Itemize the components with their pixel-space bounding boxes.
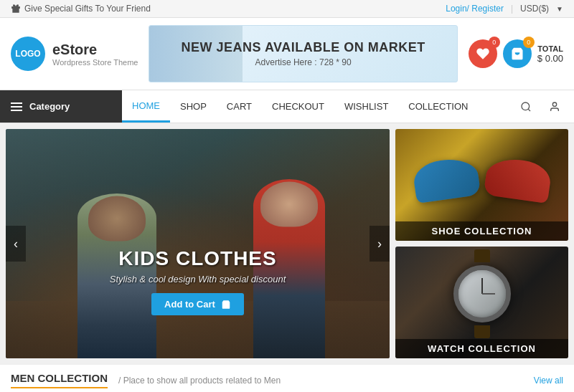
slider-cta[interactable]: Add to Cart — [151, 293, 244, 315]
shoe-visual — [410, 143, 554, 216]
logo-text: eStore Wordpress Store Theme — [52, 42, 138, 67]
slider-title: KIDS CLOTHES — [6, 247, 390, 270]
category-label: Category — [29, 101, 70, 112]
shoe-collection-label: SHOE COLLECTION — [395, 221, 568, 241]
nav-bar: Category HOME SHOP CART CHECKOUT WISHLIS… — [0, 90, 574, 123]
collection-grid: SHOE COLLECTION WATCH COLLECTION — [395, 129, 568, 358]
search-icon — [520, 101, 532, 113]
currency-selector[interactable]: USD($) — [520, 4, 549, 14]
section-subtitle: / Place to show all products related to … — [118, 376, 281, 386]
watch-collection-label: WATCH COLLECTION — [395, 339, 568, 358]
slider-subtitle: Stylish & cool design With special disco… — [6, 274, 390, 285]
nav-actions — [513, 94, 574, 119]
cart-cta-icon — [221, 300, 231, 310]
heart-icon — [476, 47, 490, 61]
total-amount: $ 0.00 — [537, 53, 563, 64]
slider-content: KIDS CLOTHES Stylish & cool design With … — [6, 247, 390, 315]
shoe-red — [483, 156, 552, 204]
watch-strap-bottom — [474, 325, 490, 338]
total-label: TOTAL — [537, 44, 563, 53]
category-button[interactable]: Category — [0, 90, 122, 123]
nav-checkout[interactable]: CHECKOUT — [262, 90, 334, 123]
logo-area: LOGO eStore Wordpress Store Theme — [11, 37, 138, 71]
store-name: eStore — [52, 42, 138, 58]
cart-badge: 0 — [523, 37, 535, 48]
banner: NEW JEANS AVAILABLE ON MARKET Advertise … — [149, 25, 457, 82]
user-button[interactable] — [542, 94, 567, 119]
total-area: TOTAL $ 0.00 — [537, 44, 563, 64]
hamburger-icon — [11, 102, 22, 111]
top-bar-right: Login/ Register | USD($) ▼ — [446, 4, 563, 14]
svg-point-1 — [552, 102, 556, 106]
top-bar-left: Give Special Gifts To Your Friend — [11, 4, 151, 14]
login-register-link[interactable]: Login/ Register — [446, 4, 504, 14]
svg-point-0 — [522, 102, 530, 110]
shoe-blue — [411, 156, 481, 204]
cart-button[interactable]: 0 — [503, 39, 532, 68]
top-bar: Give Special Gifts To Your Friend Login/… — [0, 0, 574, 18]
watch-collection-item[interactable]: WATCH COLLECTION — [395, 247, 568, 358]
header: LOGO eStore Wordpress Store Theme NEW JE… — [0, 18, 574, 90]
header-icons: 0 0 TOTAL $ 0.00 — [469, 39, 563, 68]
user-icon — [549, 101, 560, 113]
nav-wishlist[interactable]: WISHLIST — [334, 90, 398, 123]
gift-text: Give Special Gifts To Your Friend — [24, 4, 151, 14]
men-collection-title: MEN COLLECTION — [11, 372, 108, 388]
watch-container — [453, 265, 511, 322]
watch-visual — [453, 254, 511, 333]
banner-title: NEW JEANS AVAILABLE ON MARKET — [182, 40, 425, 55]
banner-subtitle: Advertise Here : 728 * 90 — [182, 57, 425, 67]
slider: ‹ › KIDS CLOTHES Stylish & cool design W… — [6, 129, 390, 358]
main-content: ‹ › KIDS CLOTHES Stylish & cool design W… — [0, 123, 574, 364]
nav-home[interactable]: HOME — [122, 90, 170, 123]
logo[interactable]: LOGO — [11, 37, 45, 71]
slider-bg — [6, 129, 390, 358]
search-button[interactable] — [513, 94, 538, 119]
shoe-collection-item[interactable]: SHOE COLLECTION — [395, 129, 568, 241]
section-title-area: MEN COLLECTION / Place to show all produ… — [11, 372, 281, 388]
nav-links: HOME SHOP CART CHECKOUT WISHLIST COLLECT… — [122, 90, 513, 123]
wishlist-button[interactable]: 0 — [469, 39, 497, 68]
bottom-section: MEN COLLECTION / Place to show all produ… — [0, 364, 574, 392]
nav-shop[interactable]: SHOP — [170, 90, 217, 123]
wishlist-badge: 0 — [489, 37, 500, 48]
nav-collection[interactable]: COLLECTION — [398, 90, 478, 123]
watch-face — [453, 265, 511, 322]
cart-icon — [510, 47, 524, 61]
view-all-link[interactable]: View all — [534, 376, 563, 386]
store-tagline: Wordpress Store Theme — [52, 58, 138, 67]
banner-text: NEW JEANS AVAILABLE ON MARKET Advertise … — [182, 40, 425, 67]
watch-strap-top — [474, 249, 490, 262]
gift-icon — [11, 4, 21, 14]
nav-cart[interactable]: CART — [217, 90, 262, 123]
